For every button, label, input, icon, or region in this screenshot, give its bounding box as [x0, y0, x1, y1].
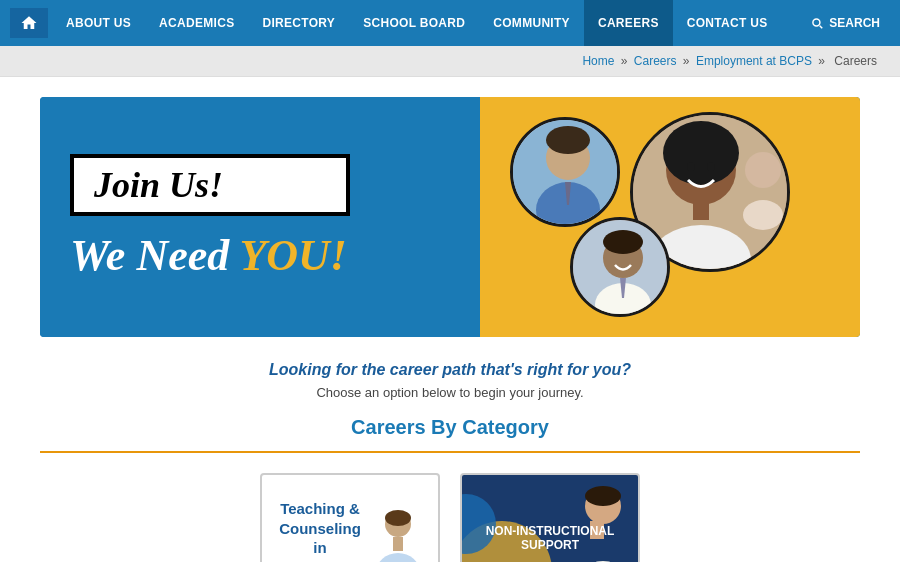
svg-point-2 [546, 126, 590, 154]
nav-item-about-us[interactable]: ABOUT US [52, 0, 145, 46]
nav-item-school-board[interactable]: SCHOOL BOARD [349, 0, 479, 46]
category-divider [40, 451, 860, 453]
non-instr-label: NON-INSTRUCTIONALSUPPORT [476, 514, 625, 562]
hero-text: Join Us! We Need YOU! [40, 97, 480, 337]
svg-point-20 [385, 510, 411, 526]
navigation: ABOUT US ACADEMICS DIRECTORY SCHOOL BOAR… [0, 0, 900, 46]
svg-point-21 [376, 553, 420, 562]
non-instr-text-container: NON-INSTRUCTIONALSUPPORT [476, 514, 625, 562]
circles-container [490, 107, 850, 327]
looking-text: Looking for the career path that's right… [40, 361, 860, 379]
nav-item-directory[interactable]: DIRECTORY [248, 0, 349, 46]
teaching-card-inner: Teaching &CounselinginBroward [277, 490, 423, 562]
section-text: Looking for the career path that's right… [40, 361, 860, 400]
nav-item-careers[interactable]: CAREERS [584, 0, 673, 46]
breadcrumb: Home » Careers » Employment at BCPS » Ca… [0, 46, 900, 77]
svg-point-24 [585, 486, 621, 506]
nav-item-contact-us[interactable]: CONTACT US [673, 0, 782, 46]
svg-point-6 [745, 152, 781, 188]
we-need-text: We Need YOU! [70, 230, 450, 281]
breadcrumb-current: Careers [834, 54, 877, 68]
photo-circle-3 [570, 217, 670, 317]
nav-item-community[interactable]: COMMUNITY [479, 0, 584, 46]
home-button[interactable] [10, 8, 48, 38]
breadcrumb-sep1: » [621, 54, 628, 68]
svg-point-7 [743, 200, 783, 230]
category-cards: Teaching &CounselinginBroward NON-INSTRU… [40, 473, 860, 562]
breadcrumb-employment[interactable]: Employment at BCPS [696, 54, 812, 68]
card-teaching-counseling[interactable]: Teaching &CounselinginBroward [260, 473, 440, 562]
breadcrumb-home[interactable]: Home [582, 54, 614, 68]
svg-point-13 [707, 162, 715, 172]
card-non-instructional[interactable]: NON-INSTRUCTIONALSUPPORT [460, 473, 640, 562]
breadcrumb-sep3: » [818, 54, 825, 68]
home-icon [20, 14, 38, 32]
we-need-prefix: We Need [70, 231, 239, 280]
nav-items: ABOUT US ACADEMICS DIRECTORY SCHOOL BOAR… [52, 0, 800, 46]
svg-point-16 [603, 230, 643, 254]
breadcrumb-sep2: » [683, 54, 690, 68]
svg-point-9 [663, 121, 739, 185]
photo-circle-1 [510, 117, 620, 227]
nav-item-academics[interactable]: ACADEMICS [145, 0, 248, 46]
breadcrumb-careers[interactable]: Careers [634, 54, 677, 68]
hero-images [480, 97, 860, 337]
teaching-card-text: Teaching &CounselinginBroward [277, 499, 363, 562]
search-label: SEARCH [829, 16, 880, 30]
svg-rect-10 [693, 200, 709, 220]
svg-point-12 [687, 162, 695, 172]
hero-banner: Join Us! We Need YOU! [40, 97, 860, 337]
join-us-text: Join Us! [94, 165, 223, 205]
choose-text: Choose an option below to begin your jou… [40, 385, 860, 400]
teaching-person-icon [373, 508, 423, 562]
search-button[interactable]: SEARCH [800, 16, 890, 30]
you-text: YOU! [239, 231, 347, 280]
search-icon [810, 16, 824, 30]
join-us-box: Join Us! [70, 154, 350, 216]
svg-rect-22 [393, 537, 403, 551]
main-content: Join Us! We Need YOU! [0, 77, 900, 562]
careers-category-title: Careers By Category [40, 416, 860, 439]
